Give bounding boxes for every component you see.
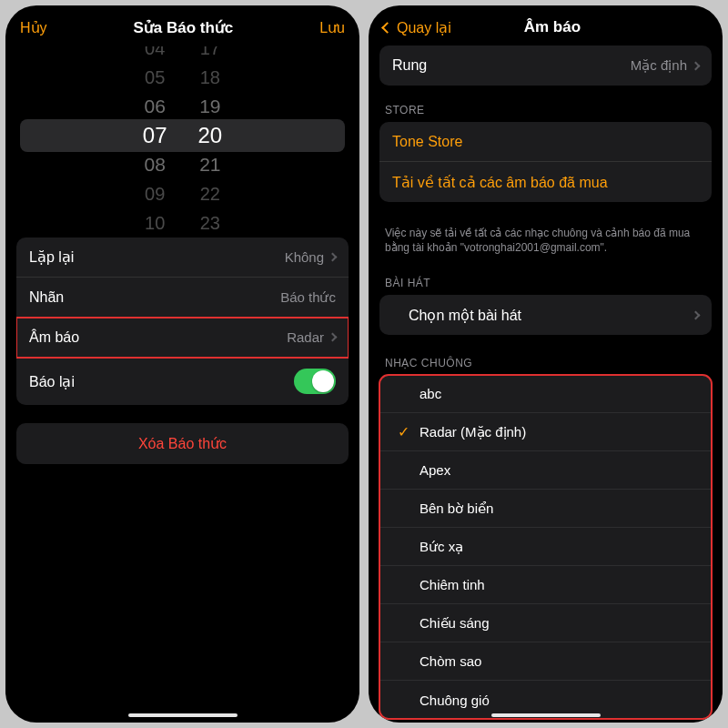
ringtone-item[interactable]: Bức xạ	[379, 528, 712, 566]
alarm-options-group: Lặp lại Không Nhãn Báo thức Âm báo Radar…	[16, 238, 349, 405]
ringtone-item[interactable]: Chòm sao	[379, 642, 712, 681]
snooze-toggle[interactable]	[294, 369, 336, 394]
time-picker[interactable]: 04 05 06 07 08 09 10 17 18 19 20 21 22 2…	[20, 54, 345, 217]
ringtone-item[interactable]: Chiếu sáng	[379, 604, 712, 642]
sound-row[interactable]: Âm báo Radar	[16, 318, 349, 358]
pick-song-row[interactable]: Chọn một bài hát	[379, 295, 712, 335]
label-row[interactable]: Nhãn Báo thức	[16, 278, 349, 318]
store-section-header: STORE	[379, 95, 712, 122]
ringtone-item[interactable]: Chiêm tinh	[379, 566, 712, 604]
minute-column[interactable]: 17 18 19 20 21 22 23	[198, 54, 223, 217]
ringtone-list: abc ✓Radar (Mặc định) Apex Bên bờ biển B…	[379, 375, 712, 719]
ringtone-item[interactable]: Apex	[379, 451, 712, 490]
sound-picker-screen: Quay lại Âm báo Rung Mặc định STORE Tone…	[369, 5, 723, 723]
header: Quay lại Âm báo	[369, 5, 723, 46]
chevron-left-icon	[381, 22, 393, 34]
ringtone-section-header: NHẠC CHUÔNG	[379, 348, 712, 375]
vibration-row[interactable]: Rung Mặc định	[379, 46, 712, 86]
song-section-header: BÀI HÁT	[379, 268, 712, 295]
ringtone-item-selected[interactable]: ✓Radar (Mặc định)	[379, 413, 712, 451]
screen-title: Sửa Báo thức	[133, 18, 233, 37]
checkmark-icon: ✓	[396, 423, 410, 440]
ringtone-item[interactable]: Bên bờ biển	[379, 490, 712, 528]
store-group: Tone Store Tải về tất cả các âm báo đã m…	[379, 122, 712, 202]
chevron-right-icon	[692, 310, 701, 319]
repeat-row[interactable]: Lặp lại Không	[16, 238, 349, 278]
edit-alarm-screen: Hủy Sửa Báo thức Lưu 04 05 06 07 08 09 1…	[5, 5, 359, 723]
hour-column[interactable]: 04 05 06 07 08 09 10	[143, 54, 167, 217]
save-button[interactable]: Lưu	[319, 19, 345, 36]
delete-alarm-button[interactable]: Xóa Báo thức	[16, 423, 349, 464]
home-indicator[interactable]	[491, 713, 601, 717]
back-button[interactable]: Quay lại	[383, 19, 451, 36]
chevron-right-icon	[692, 61, 701, 70]
header: Hủy Sửa Báo thức Lưu	[5, 5, 359, 46]
cancel-button[interactable]: Hủy	[20, 19, 47, 36]
download-purchased-row[interactable]: Tải về tất cả các âm báo đã mua	[379, 162, 712, 202]
chevron-right-icon	[329, 333, 338, 342]
snooze-row: Báo lại	[16, 358, 349, 405]
home-indicator[interactable]	[128, 713, 238, 717]
tone-store-row[interactable]: Tone Store	[379, 122, 712, 162]
ringtone-item[interactable]: abc	[379, 375, 712, 413]
screen-title: Âm báo	[524, 18, 581, 36]
chevron-right-icon	[329, 253, 338, 262]
store-note: Việc này sẽ tải về tất cả các nhạc chuôn…	[379, 220, 712, 268]
